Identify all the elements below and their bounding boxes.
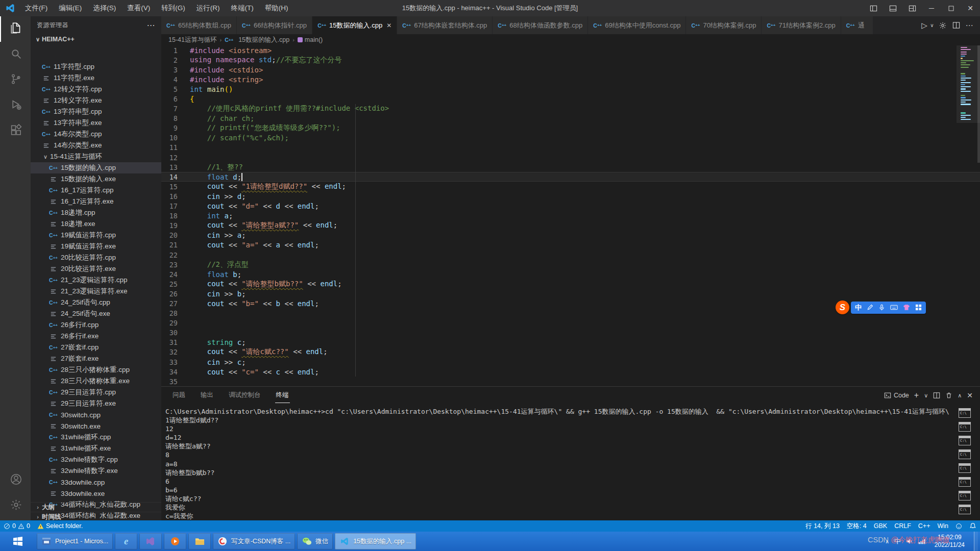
tree-file[interactable]: 28三只小猪称体重.exe bbox=[31, 375, 161, 387]
code-line[interactable]: 22 bbox=[161, 250, 980, 260]
tab-3[interactable]: C++67结构体嵌套结构体.cpp bbox=[397, 16, 493, 34]
tray-expand-icon[interactable]: ∧ bbox=[886, 539, 889, 544]
code-line[interactable]: 7 //使用c风格的printf 使用需??#include <cstdio> bbox=[161, 104, 980, 114]
code-line[interactable]: 5int main() bbox=[161, 84, 980, 94]
workspace-root[interactable]: ∨ HEIMAC++ bbox=[31, 34, 161, 45]
ime-mic-icon[interactable] bbox=[878, 304, 885, 311]
taskbar-item-vscode[interactable]: 15数据的输入.cpp ... bbox=[335, 533, 416, 549]
network-icon[interactable] bbox=[918, 538, 925, 545]
editor-scrollbar[interactable] bbox=[977, 45, 980, 163]
menu-3[interactable]: 查看(V) bbox=[122, 3, 155, 14]
menu-2[interactable]: 选择(S) bbox=[88, 3, 120, 14]
panel-tab-1[interactable]: 输出 bbox=[200, 388, 214, 403]
tab-1[interactable]: C++66结构体指针.cpp bbox=[237, 16, 312, 34]
code-line[interactable]: 20 cin >> a; bbox=[161, 231, 980, 240]
timeline-section[interactable]: › 时间线 bbox=[31, 512, 161, 520]
panel-tab-0[interactable]: 问题 bbox=[172, 388, 186, 403]
activity-settings[interactable] bbox=[0, 493, 31, 518]
terminal-session-cmd[interactable]: C:\ bbox=[959, 505, 971, 514]
code-line[interactable]: 3#include <cstdio> bbox=[161, 65, 980, 74]
code-line[interactable]: 15 cout << "1请给整型d赋d??" << endl; bbox=[161, 182, 980, 191]
tree-file[interactable]: C++20比较运算符.cpp bbox=[31, 252, 161, 263]
code-line[interactable]: 12 bbox=[161, 153, 980, 162]
activity-search[interactable] bbox=[0, 42, 31, 67]
taskbar-item-browser[interactable]: 写文章-CSDN博客 ... bbox=[213, 533, 295, 549]
menu-5[interactable]: 运行(R) bbox=[192, 3, 225, 14]
breadcrumb-item[interactable]: C++15数据的输入.cpp bbox=[225, 36, 289, 44]
tree-file[interactable]: 13字符串型.exe bbox=[31, 117, 161, 129]
ime-keyboard-icon[interactable] bbox=[890, 304, 898, 311]
tree-file[interactable]: C++18递增.cpp bbox=[31, 207, 161, 218]
status-item-3[interactable]: CRLF bbox=[891, 520, 915, 532]
restore-button[interactable] bbox=[941, 0, 961, 16]
close-panel-icon[interactable]: ✕ bbox=[967, 391, 973, 399]
code-line[interactable]: 4#include <string> bbox=[161, 74, 980, 84]
code-line[interactable]: 23 //2、浮点型 bbox=[161, 260, 980, 269]
menu-1[interactable]: 编辑(E) bbox=[54, 3, 86, 14]
tray-clock[interactable]: 15:02:09 2022/11/24 bbox=[930, 534, 969, 549]
code-line[interactable]: 32 cout << "请给c赋c??" << endl; bbox=[161, 347, 980, 357]
tree-file[interactable]: 15数据的输入.exe bbox=[31, 173, 161, 185]
tree-file[interactable]: 29三目运算符.exe bbox=[31, 398, 161, 409]
tree-file[interactable]: C++30switch.cpp bbox=[31, 409, 161, 420]
status-item-2[interactable]: GBK bbox=[870, 520, 891, 532]
outline-section[interactable]: › 大纲 bbox=[31, 502, 161, 512]
tree-file[interactable]: C++29三目运算符.cpp bbox=[31, 387, 161, 398]
tree-file[interactable]: C++14布尔类型.cpp bbox=[31, 129, 161, 140]
new-terminal-icon[interactable]: + bbox=[914, 391, 919, 400]
close-window-button[interactable]: ✕ bbox=[961, 0, 980, 16]
taskbar-item-vb6[interactable]: Project1 - Micros... bbox=[37, 533, 113, 549]
tree-file[interactable]: C++11字符型.cpp bbox=[31, 61, 161, 72]
tree-file[interactable]: C++27嵌套if.cpp bbox=[31, 342, 161, 353]
breadcrumb-item[interactable]: 15-41运算与循环 bbox=[168, 36, 216, 44]
code-line[interactable]: 25 cout << "请给整型b赋b??" << endl; bbox=[161, 279, 980, 289]
ime-chinese-mode[interactable]: 中 bbox=[855, 303, 862, 312]
tree-file[interactable]: C++33dowhile.cpp bbox=[31, 477, 161, 488]
activity-source-control[interactable] bbox=[0, 67, 31, 93]
code-line[interactable]: 26 cin >> b; bbox=[161, 289, 980, 298]
kill-terminal-icon[interactable] bbox=[945, 392, 952, 399]
layout-customize-icon[interactable] bbox=[902, 0, 922, 16]
terminal-dropdown-icon[interactable]: ∨ bbox=[924, 392, 928, 399]
volume-icon[interactable] bbox=[906, 538, 913, 545]
activity-account[interactable] bbox=[0, 467, 31, 493]
feedback-icon[interactable] bbox=[952, 520, 966, 532]
status-item-0[interactable]: 行 14, 列 13 bbox=[802, 520, 843, 532]
tree-file[interactable]: C++15数据的输入.cpp bbox=[31, 162, 161, 173]
code-line[interactable]: 21 cout << "a=" << a << endl; bbox=[161, 240, 980, 250]
layout-sidebar-icon[interactable] bbox=[864, 0, 883, 16]
activity-run-debug[interactable] bbox=[0, 93, 31, 118]
menu-6[interactable]: 终端(T) bbox=[227, 3, 258, 14]
tree-file[interactable]: 33dowhile.exe bbox=[31, 488, 161, 499]
gear-icon[interactable] bbox=[937, 20, 948, 31]
tree-file[interactable]: 21_23逻辑运算符.exe bbox=[31, 286, 161, 297]
code-line[interactable]: 33 cin >> c; bbox=[161, 357, 980, 367]
activity-extensions[interactable] bbox=[0, 118, 31, 144]
tree-file[interactable]: C++13字符串型.cpp bbox=[31, 106, 161, 117]
status-item-1[interactable]: 空格: 4 bbox=[843, 520, 870, 532]
input-language-indicator[interactable]: 中 bbox=[894, 537, 901, 546]
code-line[interactable]: 19 cout << "请给整型a赋??" << endl; bbox=[161, 221, 980, 231]
tree-file[interactable]: 11字符型.exe bbox=[31, 72, 161, 84]
tab-0[interactable]: C++65结构体数组.cpp bbox=[161, 16, 237, 34]
show-desktop-button[interactable] bbox=[974, 532, 978, 551]
panel-tab-3[interactable]: 终端 bbox=[275, 388, 290, 403]
taskbar-item-player[interactable] bbox=[164, 533, 186, 549]
run-dropdown-icon[interactable]: ∨ bbox=[929, 20, 935, 31]
code-line[interactable]: 34 cout << "c=" << c << endl; bbox=[161, 367, 980, 377]
tree-file[interactable]: 14布尔类型.exe bbox=[31, 140, 161, 151]
tree-file[interactable]: C++12转义字符.cpp bbox=[31, 84, 161, 95]
tab-6[interactable]: C++70结构体案例.cpp bbox=[686, 16, 762, 34]
tree-file[interactable]: C++24_25if语句.cpp bbox=[31, 297, 161, 308]
taskbar-item-vs[interactable] bbox=[139, 533, 162, 549]
tree-file[interactable]: C++32while猜数字.cpp bbox=[31, 454, 161, 465]
tab-5[interactable]: C++69结构体中使用const.cpp bbox=[588, 16, 686, 34]
activity-explorer[interactable] bbox=[0, 16, 31, 42]
terminal-session-cmd[interactable]: C:\ bbox=[959, 491, 971, 500]
terminal-profile-button[interactable]: Code bbox=[884, 392, 909, 399]
tree-file[interactable]: C++19赋值运算符.cpp bbox=[31, 230, 161, 241]
tree-file[interactable]: 31while循环.exe bbox=[31, 443, 161, 454]
split-terminal-icon[interactable] bbox=[933, 392, 940, 399]
code-line[interactable]: 29 bbox=[161, 318, 980, 328]
minimize-button[interactable]: ─ bbox=[922, 0, 941, 16]
